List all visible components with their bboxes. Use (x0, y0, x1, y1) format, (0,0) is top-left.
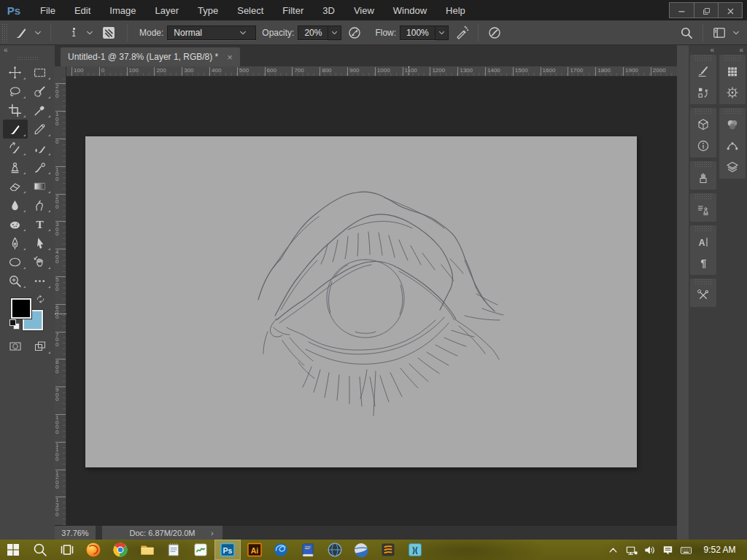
flow-input[interactable]: 100% (400, 26, 436, 40)
3d-panel-button[interactable] (690, 114, 716, 135)
panel-grip[interactable] (694, 193, 712, 199)
mixer-brush-tool[interactable] (28, 139, 53, 158)
swatches-panel-button[interactable] (719, 61, 746, 82)
panel-grip[interactable] (694, 225, 712, 231)
task-view-taskbar-button[interactable] (53, 540, 80, 560)
zoom-level-field[interactable]: 37.76% (55, 526, 96, 540)
smoothing-icon[interactable] (487, 26, 502, 40)
panel-grip[interactable] (694, 55, 712, 61)
blur-tool[interactable] (3, 195, 28, 214)
brush-settings-panel-button[interactable] (690, 61, 716, 82)
ellipse-shape-tool[interactable] (3, 252, 28, 271)
pressure-opacity-icon[interactable] (347, 26, 362, 40)
brush-tool[interactable] (3, 120, 28, 139)
notepad-taskbar-button[interactable] (160, 540, 187, 560)
sponge-tool[interactable] (3, 214, 28, 233)
menu-filter[interactable]: Filter (273, 0, 313, 20)
opacity-input[interactable]: 20% (298, 26, 328, 40)
color-panel-button[interactable] (719, 114, 746, 135)
foreground-color-swatch[interactable] (11, 298, 31, 319)
layers-panel-button[interactable] (719, 156, 746, 177)
blend-mode-select[interactable]: Normal (167, 26, 256, 40)
ruler-origin-corner[interactable] (55, 66, 66, 77)
paragraph-panel-button[interactable]: ¶ (690, 252, 716, 273)
close-button[interactable] (718, 3, 742, 18)
xapp-taskbar-button[interactable]: )( (401, 540, 428, 560)
eyedropper-tool[interactable] (28, 101, 53, 120)
screen-mode-button[interactable] (28, 337, 53, 356)
sphere-taskbar-button[interactable] (348, 540, 375, 560)
chevron-down-icon[interactable] (85, 28, 94, 37)
clock[interactable]: 9:52 AM (700, 545, 740, 555)
smudge-tool[interactable] (28, 195, 53, 214)
restore-button[interactable] (694, 3, 718, 18)
network-icon[interactable] (625, 544, 638, 556)
gradient-tool[interactable] (28, 176, 53, 195)
paths-panel-button[interactable] (719, 135, 746, 156)
menu-type[interactable]: Type (188, 0, 228, 20)
firefox-taskbar-button[interactable] (80, 540, 107, 560)
quick-selection-tool[interactable] (28, 82, 53, 101)
menu-window[interactable]: Window (384, 0, 436, 20)
swirl-taskbar-button[interactable] (268, 540, 295, 560)
type-tool[interactable]: T (28, 214, 53, 233)
tool-presets-panel-button[interactable] (690, 167, 716, 188)
minimize-button[interactable] (670, 3, 694, 18)
tab-close-icon[interactable]: × (227, 52, 233, 63)
tray-chevron-icon[interactable] (607, 544, 619, 556)
vertical-ruler[interactable]: 2001000100200300400500600700800900100011… (55, 77, 66, 525)
search-icon[interactable] (679, 26, 694, 40)
status-options-chevron[interactable]: › (211, 526, 214, 540)
horizontal-ruler[interactable]: 1000100200300400500600700800900100011001… (66, 66, 677, 76)
panel-grip[interactable] (694, 161, 712, 167)
opacity-dropdown-button[interactable] (328, 26, 341, 40)
options-grip[interactable] (1, 23, 8, 42)
chevron-down-icon[interactable] (34, 28, 42, 37)
action-center-icon[interactable] (662, 544, 674, 556)
panel-grip[interactable] (694, 108, 712, 114)
lasso-tool[interactable] (3, 82, 28, 101)
brush-tool-preset-icon[interactable] (14, 26, 28, 40)
history-brush-tool[interactable] (3, 139, 28, 158)
volume-icon[interactable] (643, 544, 656, 556)
toolbar-grip[interactable] (17, 56, 39, 60)
keyboard-icon[interactable] (680, 544, 692, 556)
globe-taskbar-button[interactable] (321, 540, 348, 560)
photoshop-taskbar-button[interactable]: Ps (214, 540, 241, 560)
chrome-taskbar-button[interactable] (107, 540, 134, 560)
document-tab[interactable]: Untitled-1 @ 37.8% (Layer 1, RGB/8) * × (61, 47, 240, 66)
path-selection-tool[interactable] (28, 233, 53, 252)
document-size-status[interactable]: Doc: 6.87M/20.0M (102, 526, 222, 540)
scribble-taskbar-button[interactable] (187, 540, 214, 560)
clone-source-panel-button[interactable] (690, 199, 716, 220)
navigator-panel-button[interactable] (719, 82, 746, 103)
airbrush-icon[interactable] (454, 26, 469, 40)
toggle-brush-panel-icon[interactable] (101, 25, 117, 41)
menu-layer[interactable]: Layer (146, 0, 189, 20)
menu-view[interactable]: View (344, 0, 384, 20)
info-panel-button[interactable] (690, 135, 716, 156)
chevron-down-icon[interactable] (732, 28, 740, 37)
hand-tool[interactable] (28, 252, 53, 271)
workspace-switcher-icon[interactable] (712, 26, 727, 40)
clone-stamp-tool[interactable] (3, 158, 28, 176)
default-colors-icon[interactable] (9, 319, 20, 330)
history-panel-button[interactable] (690, 82, 716, 103)
more-options-tool[interactable] (28, 271, 53, 290)
brush-preview[interactable]: 1 (64, 28, 83, 37)
tb-search-taskbar-button[interactable] (27, 540, 54, 560)
start-taskbar-button[interactable] (0, 540, 27, 560)
tool-customize-panel-button[interactable] (690, 284, 716, 306)
menu-3d[interactable]: 3D (313, 0, 344, 20)
eraser-tool[interactable] (3, 176, 28, 195)
menu-edit[interactable]: Edit (65, 0, 100, 20)
explorer-taskbar-button[interactable] (133, 540, 160, 560)
menu-image[interactable]: Image (100, 0, 145, 20)
menu-help[interactable]: Help (436, 0, 475, 20)
book-taskbar-button[interactable] (295, 540, 322, 560)
sublime-taskbar-button[interactable] (375, 540, 402, 560)
zoom-tool[interactable] (3, 271, 28, 290)
dock-collapse[interactable]: « (718, 45, 747, 55)
panel-grip[interactable] (724, 55, 741, 61)
rectangular-marquee-tool[interactable] (28, 63, 53, 82)
